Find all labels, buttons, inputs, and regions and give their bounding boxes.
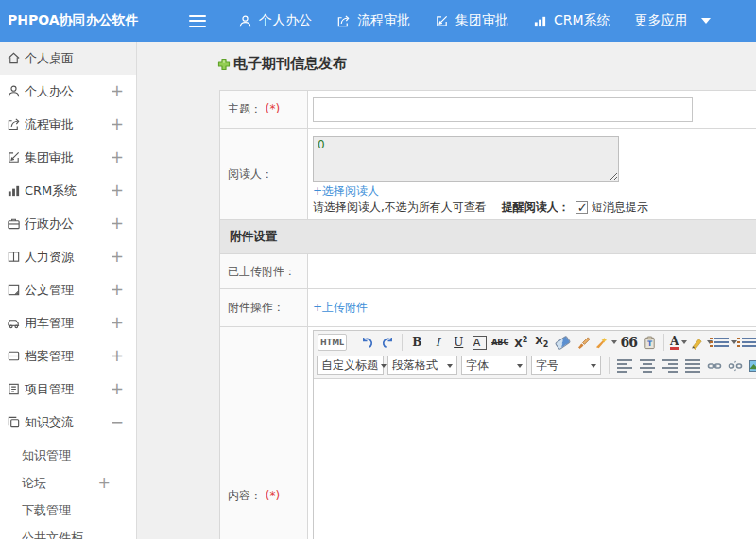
align-justify-button[interactable] (682, 356, 703, 375)
chat-copy-icon (7, 415, 21, 429)
ordered-list-button[interactable] (714, 333, 737, 352)
sidebar-item-workflow[interactable]: 流程审批 + (0, 108, 136, 141)
sidebar-item-label: 公文管理 (25, 282, 111, 299)
italic-button[interactable]: I (428, 333, 447, 352)
nav-personal-office[interactable]: 个人办公 (238, 12, 312, 29)
sidebar-item-archive[interactable]: 档案管理 + (0, 339, 136, 373)
expand-plus-icon[interactable]: + (111, 216, 136, 232)
nav-workflow-approval[interactable]: 流程审批 (336, 12, 410, 29)
knowledge-submenu: 知识管理 论坛 + 下载管理 公共文件柜 (9, 439, 136, 539)
sidebar-item-personal-office[interactable]: 个人办公 + (0, 75, 136, 108)
subject-row: 主题： (*) (220, 91, 756, 129)
subject-input[interactable] (313, 97, 693, 122)
format-painter-button[interactable] (574, 333, 593, 352)
edit-icon (435, 14, 449, 28)
sidebar-item-label: 知识交流 (25, 414, 111, 431)
nav-label: 集团审批 (455, 12, 508, 29)
collapse-minus-icon[interactable]: − (111, 414, 136, 430)
attachment-actions-row: 附件操作： +上传附件 (220, 289, 756, 327)
subject-label: 主题： (*) (220, 91, 308, 129)
sidebar-item-label: 用车管理 (25, 315, 111, 332)
sidebar-item-hr[interactable]: 人力资源 + (0, 240, 136, 273)
strikethrough-button[interactable]: ABC (490, 333, 509, 352)
font-family-select[interactable]: 字体 (461, 356, 527, 375)
sidebar-item-label: 行政办公 (25, 216, 111, 233)
nav-more-apps[interactable]: 更多应用 (635, 12, 711, 29)
book-icon (7, 250, 21, 264)
readers-textarea[interactable]: 0 (313, 136, 619, 182)
sidebar-item-vehicle[interactable]: 用车管理 + (0, 306, 136, 339)
sidebar-item-label: 集团审批 (25, 149, 111, 166)
expand-plus-icon[interactable]: + (111, 282, 136, 298)
sidebar-item-group-approval[interactable]: 集团审批 + (0, 141, 136, 174)
main-content: 电子期刊信息发布 主题： (*) 阅读人： 0 +选择阅读人 请选择阅读人,不选… (138, 42, 756, 539)
align-left-button[interactable] (614, 356, 635, 375)
chart-icon (7, 183, 21, 198)
sidebar-subitem-label: 论坛 (22, 475, 98, 492)
sidebar-item-crm[interactable]: CRM系统 + (0, 174, 136, 207)
insert-image-button[interactable] (747, 356, 756, 375)
eraser-button[interactable] (553, 333, 572, 352)
expand-plus-icon[interactable]: + (111, 348, 136, 364)
svg-text:T: T (647, 339, 653, 348)
expand-plus-icon[interactable]: + (111, 149, 136, 165)
chevron-down-icon (701, 18, 711, 24)
custom-title-select[interactable]: 自定义标题 (317, 356, 384, 375)
expand-plus-icon[interactable]: + (111, 381, 136, 397)
sms-notify-checkbox[interactable] (576, 201, 588, 214)
expand-plus-icon[interactable]: + (111, 116, 136, 132)
unlink-button[interactable] (726, 356, 745, 375)
sidebar-subitem-public-cabinet[interactable]: 公共文件柜 (9, 524, 136, 539)
sidebar-item-label: 人力资源 (25, 249, 111, 266)
undo-button[interactable] (357, 333, 376, 352)
editor-content-area[interactable] (314, 379, 756, 539)
document-icon (7, 283, 21, 297)
sidebar-item-document-mgmt[interactable]: 公文管理 + (0, 273, 136, 306)
expand-plus-icon[interactable]: + (111, 315, 136, 331)
html-source-button[interactable]: HTML (318, 334, 347, 351)
blockquote-button[interactable]: 66 (619, 333, 638, 352)
sidebar-item-label: 流程审批 (25, 116, 111, 133)
select-readers-link[interactable]: +选择阅读人 (313, 183, 379, 200)
expand-plus-icon[interactable]: + (111, 83, 136, 99)
readers-row: 阅读人： 0 +选择阅读人 请选择阅读人,不选为所有人可查看 提醒阅读人： 短消… (220, 129, 756, 220)
uploaded-attachments-row: 已上传附件： (220, 254, 756, 289)
sidebar-item-knowledge[interactable]: 知识交流 − (0, 406, 136, 439)
font-border-button[interactable]: A (472, 336, 487, 350)
font-size-select[interactable]: 字号 (531, 356, 601, 375)
paste-text-button[interactable]: T (640, 333, 659, 352)
superscript-button[interactable]: X2 (511, 333, 530, 352)
subscript-button[interactable]: X2 (532, 333, 551, 352)
sidebar-item-label: 档案管理 (25, 348, 111, 365)
nav-group-approval[interactable]: 集团审批 (435, 12, 508, 29)
sidebar-subitem-knowledge-mgmt[interactable]: 知识管理 (9, 442, 136, 469)
bold-button[interactable]: B (407, 333, 426, 352)
nav-label: 流程审批 (357, 12, 410, 29)
sidebar-item-desktop[interactable]: 个人桌面 (0, 42, 136, 75)
nav-crm-system[interactable]: CRM系统 (533, 12, 610, 29)
archive-icon (7, 349, 21, 363)
sidebar-subitem-download-mgmt[interactable]: 下载管理 (9, 496, 136, 524)
link-button[interactable] (705, 356, 724, 375)
top-navbar: PHPOA协同办公软件 个人办公 流程审批 集团审批 CRM系统 更多应用 (0, 0, 756, 42)
underline-button[interactable]: U (449, 333, 468, 352)
redo-button[interactable] (378, 333, 397, 352)
sidebar-subitem-forum[interactable]: 论坛 + (9, 469, 136, 496)
sidebar-subitem-label: 下载管理 (22, 502, 136, 519)
align-center-button[interactable] (637, 356, 658, 375)
expand-plus-icon[interactable]: + (98, 476, 136, 491)
publish-form: 主题： (*) 阅读人： 0 +选择阅读人 请选择阅读人,不选为所有人可查看 提… (219, 90, 756, 539)
expand-plus-icon[interactable]: + (111, 183, 136, 199)
sidebar-item-project[interactable]: 项目管理 + (0, 373, 136, 406)
autotypeset-button[interactable] (594, 333, 617, 352)
paragraph-format-select[interactable]: 段落格式 (387, 356, 457, 375)
attachment-section-header: 附件设置 (220, 220, 756, 254)
align-right-button[interactable] (660, 356, 680, 375)
expand-plus-icon[interactable]: + (111, 249, 136, 265)
hamburger-menu-icon[interactable] (189, 15, 206, 27)
font-color-button[interactable]: A (669, 333, 688, 352)
upload-attachment-link[interactable]: +上传附件 (313, 301, 368, 314)
sidebar-item-admin-office[interactable]: 行政办公 + (0, 207, 136, 240)
unordered-list-button[interactable] (739, 333, 756, 352)
sidebar-item-label: 个人办公 (25, 83, 111, 100)
